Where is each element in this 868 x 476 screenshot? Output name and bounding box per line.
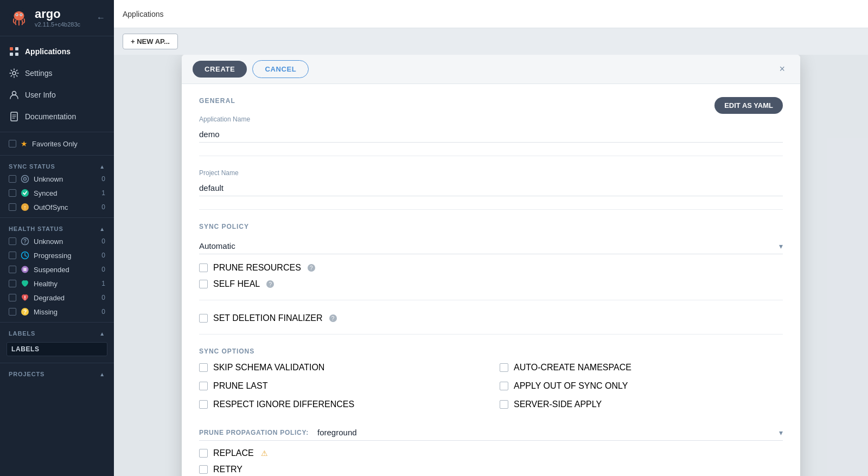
sidebar-item-userinfo[interactable]: User Info [0, 84, 114, 106]
retry-checkbox[interactable] [199, 465, 208, 474]
deletion-finalizer-section: SET DELETION FINALIZER ? [199, 313, 783, 323]
server-side-apply-row[interactable]: SERVER-SIDE APPLY [500, 400, 783, 409]
respect-ignore-row[interactable]: RESPECT IGNORE DIFFERENCES [199, 400, 482, 409]
health-degraded-count: 0 [101, 294, 105, 301]
health-progressing-checkbox[interactable] [9, 252, 16, 259]
self-heal-label: SELF HEAL [213, 279, 260, 289]
respect-ignore-checkbox[interactable] [199, 400, 208, 409]
sidebar-item-settings[interactable]: Settings [0, 62, 114, 84]
apps-icon [9, 46, 20, 57]
new-app-button[interactable]: + NEW AP... [123, 34, 178, 49]
health-unknown-icon: ? [21, 237, 29, 246]
auto-create-ns-label: AUTO-CREATE NAMESPACE [514, 363, 631, 372]
prune-resources-label: PRUNE RESOURCES [213, 263, 301, 273]
favorites-filter[interactable]: ★ Favorites Only [0, 136, 114, 152]
sidebar-nav: Applications Settings User Info Document… [0, 36, 114, 132]
svg-rect-9 [15, 53, 18, 56]
edit-yaml-button[interactable]: EDIT AS YAML [714, 97, 783, 114]
sync-filter-unknown[interactable]: Unknown 0 [0, 172, 114, 186]
favorites-section: ★ Favorites Only [0, 132, 114, 155]
health-unknown-count: 0 [101, 237, 105, 245]
health-degraded-checkbox[interactable] [9, 294, 16, 301]
create-button[interactable]: CREATE [193, 61, 247, 78]
sync-status-toggle[interactable]: ▲ [99, 164, 105, 170]
prune-resources-option: PRUNE RESOURCES ? SELF HEAL ? [199, 263, 783, 289]
sync-status-title: SYNC STATUS [9, 163, 55, 170]
projects-toggle[interactable]: ▲ [99, 371, 105, 377]
modal-overlay: CREATE CANCEL × EDIT AS YAML GENERAL App… [114, 55, 868, 476]
favorites-checkbox[interactable] [9, 140, 16, 147]
health-healthy-label: Healthy [34, 280, 97, 288]
prune-last-row[interactable]: PRUNE LAST [199, 381, 482, 391]
health-healthy-icon [21, 279, 29, 288]
prune-resources-checkbox[interactable] [199, 263, 208, 272]
cancel-button[interactable]: CANCEL [252, 60, 309, 78]
health-filter-missing[interactable]: ? Missing 0 [0, 305, 114, 319]
svg-point-17 [24, 178, 27, 181]
svg-point-16 [22, 176, 29, 183]
user-icon [9, 89, 20, 100]
sync-policy-dropdown[interactable]: Automatic ▾ [199, 238, 783, 254]
sidebar-item-applications-label: Applications [25, 47, 71, 56]
replace-warn-icon: ⚠ [261, 449, 268, 458]
deletion-finalizer-row[interactable]: SET DELETION FINALIZER ? [199, 313, 783, 323]
sidebar-item-documentation-label: Documentation [25, 112, 76, 121]
sync-filter-outofsync[interactable]: ↑ OutOfSync 0 [0, 200, 114, 214]
labels-title: LABELS [9, 330, 35, 337]
sidebar-item-applications[interactable]: Applications [0, 41, 114, 62]
sidebar-item-documentation[interactable]: Documentation [0, 106, 114, 127]
health-missing-icon: ? [21, 307, 29, 316]
health-missing-checkbox[interactable] [9, 308, 16, 316]
labels-input[interactable] [7, 342, 107, 356]
self-heal-row[interactable]: SELF HEAL ? [199, 279, 783, 289]
modal-body: EDIT AS YAML GENERAL Application Name Pr… [182, 84, 800, 476]
main-area: Applications + NEW AP... CREATE CANCEL × [114, 0, 868, 476]
health-filter-unknown[interactable]: ? Unknown 0 [0, 234, 114, 248]
sync-outofsync-checkbox[interactable] [9, 203, 16, 211]
sync-synced-checkbox[interactable] [9, 189, 16, 197]
app-name-input[interactable] [199, 126, 783, 143]
auto-create-ns-checkbox[interactable] [500, 363, 508, 372]
server-side-apply-checkbox[interactable] [500, 400, 508, 409]
health-filter-suspended[interactable]: Suspended 0 [0, 262, 114, 276]
sync-options-title: SYNC OPTIONS [199, 348, 783, 355]
app-toolbar: + NEW AP... [114, 28, 868, 55]
deletion-finalizer-checkbox[interactable] [199, 314, 208, 323]
svg-text:?: ? [23, 308, 27, 315]
health-filter-healthy[interactable]: Healthy 1 [0, 276, 114, 291]
replace-row[interactable]: REPLACE ⚠ [199, 448, 783, 458]
health-filter-degraded[interactable]: Degraded 0 [0, 291, 114, 305]
new-app-label: + NEW AP... [131, 37, 170, 46]
project-name-input[interactable] [199, 180, 783, 196]
back-button[interactable]: ← [97, 13, 105, 23]
sidebar: argo v2.11.5+c4b283c ← Applications Sett… [0, 0, 114, 476]
health-filter-progressing[interactable]: Progressing 0 [0, 248, 114, 262]
self-heal-checkbox[interactable] [199, 280, 208, 288]
sync-filter-synced[interactable]: Synced 1 [0, 186, 114, 200]
skip-schema-row[interactable]: SKIP SCHEMA VALIDATION [199, 363, 482, 372]
sync-synced-icon [21, 189, 29, 197]
apply-out-of-sync-row[interactable]: APPLY OUT OF SYNC ONLY [500, 381, 783, 391]
auto-create-ns-row[interactable]: AUTO-CREATE NAMESPACE [500, 363, 783, 372]
sync-unknown-count: 0 [101, 175, 105, 183]
svg-point-10 [12, 72, 16, 75]
health-suspended-checkbox[interactable] [9, 266, 16, 273]
sync-unknown-checkbox[interactable] [9, 175, 16, 183]
prune-last-checkbox[interactable] [199, 382, 208, 390]
health-status-toggle[interactable]: ▲ [99, 226, 105, 232]
skip-schema-checkbox[interactable] [199, 363, 208, 372]
logo-text: argo v2.11.5+c4b283c [35, 8, 80, 28]
app-name-field: Application Name [199, 115, 783, 143]
star-icon: ★ [21, 139, 28, 148]
replace-checkbox[interactable] [199, 449, 208, 458]
labels-header: LABELS ▲ [0, 326, 114, 339]
respect-ignore-label: RESPECT IGNORE DIFFERENCES [213, 400, 354, 409]
close-button[interactable]: × [775, 61, 789, 77]
prune-resources-row[interactable]: PRUNE RESOURCES ? [199, 263, 783, 273]
labels-toggle[interactable]: ▲ [99, 331, 105, 337]
prune-propagation-dropdown[interactable]: PRUNE PROPAGATION POLICY: foreground ▾ [199, 424, 783, 441]
health-unknown-checkbox[interactable] [9, 237, 16, 245]
health-healthy-checkbox[interactable] [9, 280, 16, 287]
retry-row[interactable]: RETRY [199, 465, 783, 474]
apply-out-of-sync-checkbox[interactable] [500, 382, 508, 390]
